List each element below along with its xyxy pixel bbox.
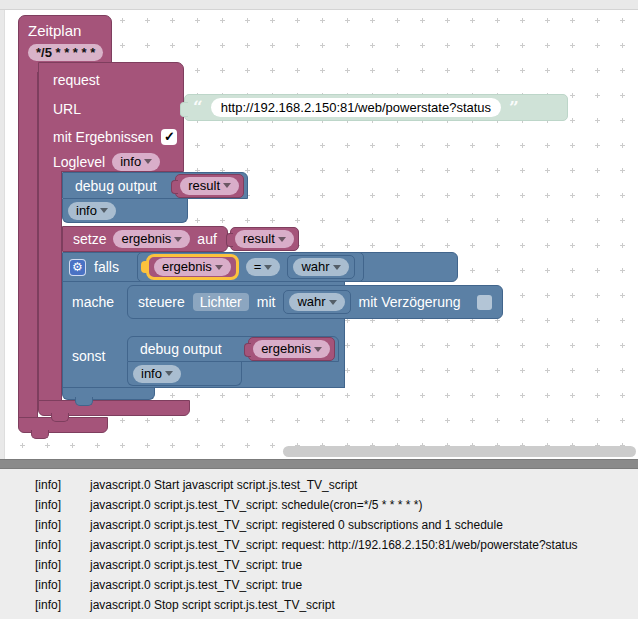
grid-dot [445,218,450,223]
grid-dot [270,168,275,173]
url-string-block[interactable]: “ http://192.168.2.150:81/web/powerstate… [184,94,568,121]
loglevel-value: info [120,154,141,170]
variable-name: ergebnis [162,259,212,275]
grid-dot [295,418,300,423]
comparison-block[interactable]: ergebnis = wahr [137,252,364,282]
control-value: wahr [297,294,325,310]
cron-field[interactable]: */5 * * * * * [28,44,103,61]
debug-output-block-2[interactable]: debug output ergebnis [127,336,339,362]
grid-dot [295,218,300,223]
loglevel-dropdown[interactable]: info [133,365,181,383]
grid-dot [495,193,500,198]
control-value-dropdown[interactable]: wahr [289,293,344,311]
set-variable-block[interactable]: setze ergebnis auf [62,226,228,252]
variable-block-ergebnis[interactable]: ergebnis [248,337,335,361]
log-message: javascript.0 script.js.test_TV_script: r… [90,535,578,555]
grid-dot [545,243,550,248]
grid-dot [545,418,550,423]
grid-dot [220,218,225,223]
grid-dot [345,218,350,223]
variable-dropdown[interactable]: result [235,230,294,248]
grid-dot [270,418,275,423]
grid-dot [170,443,175,448]
log-line: [info]javascript.0 script.js.test_TV_scr… [0,535,638,555]
grid-dot [495,418,500,423]
variable-block-result-2[interactable]: result [230,227,299,251]
grid-dot [620,18,625,23]
grid-dot [120,418,125,423]
delay-checkbox[interactable] [477,295,492,310]
if-else-block[interactable]: ⚙ falls ergebnis = wahr mache sonst [62,252,562,400]
grid-dot [395,218,400,223]
logic-value-dropdown[interactable]: wahr [293,258,348,276]
grid-dot [495,218,500,223]
grid-dot [245,68,250,73]
grid-dot [245,18,250,23]
mutator-gear-button[interactable]: ⚙ [69,259,86,276]
logic-value-block[interactable]: wahr [287,255,354,279]
grid-dot [170,18,175,23]
grid-dot [295,168,300,173]
variable-dropdown[interactable]: result [180,177,239,195]
log-line: [info]javascript.0 Stop script script.js… [0,595,638,615]
url-text-field[interactable]: http://192.168.2.150:81/web/powerstate?s… [211,98,501,117]
grid-dot [445,243,450,248]
grid-dot [70,443,75,448]
grid-dot [320,43,325,48]
request-block[interactable]: request URL mit Ergebnissen ✓ Loglevel i… [38,62,184,172]
set-variable-name: ergebnis [121,231,171,247]
grid-dot [270,143,275,148]
grid-dot [270,443,275,448]
variable-block-result[interactable]: result [175,174,244,198]
loglevel-dropdown[interactable]: info [112,153,160,171]
variable-name: result [188,178,220,194]
set-variable-dropdown[interactable]: ergebnis [113,230,190,248]
grid-dot [620,43,625,48]
grid-dot [195,218,200,223]
grid-dot [595,218,600,223]
variable-dropdown[interactable]: ergebnis [253,340,330,358]
set-keyword: setze [73,231,106,247]
grid-dot [170,43,175,48]
log-line: [info]javascript.0 script.js.test_TV_scr… [0,555,638,575]
debug-output-block-1[interactable]: debug output result [62,172,248,199]
level-value: info [76,203,97,219]
grid-dot [370,418,375,423]
grid-dot [220,443,225,448]
if-block-foot [62,388,155,400]
grid-dot [445,168,450,173]
grid-dot [545,218,550,223]
log-message: javascript.0 Start javascript script.js.… [90,475,357,495]
grid-dot [495,168,500,173]
grid-dot [295,193,300,198]
grid-dot [395,143,400,148]
if-label: falls [94,259,119,275]
grid-dot [595,293,600,298]
variable-dropdown[interactable]: ergebnis [154,258,231,276]
grid-dot [420,68,425,73]
with-results-checkbox[interactable]: ✓ [161,129,177,145]
grid-dot [345,243,350,248]
grid-dot [195,18,200,23]
grid-dot [245,43,250,48]
open-quote-icon: “ [193,99,203,116]
variable-block-ergebnis-selected[interactable]: ergebnis [146,254,239,280]
object-id-field[interactable]: Lichter [193,293,249,311]
horizontal-scrollbar-thumb[interactable] [283,446,636,457]
if-block-header[interactable]: ⚙ falls ergebnis = wahr [62,252,458,282]
grid-dot [45,443,50,448]
grid-dot [320,243,325,248]
control-block[interactable]: steuere Lichter mit wahr mit Verzögerung [127,285,503,319]
logic-value-block[interactable]: wahr [283,290,350,314]
grid-dot [145,443,150,448]
grid-dot [270,18,275,23]
loglevel-dropdown[interactable]: info [68,202,116,220]
grid-dot [620,343,625,348]
operator-dropdown[interactable]: = [246,258,281,276]
grid-dot [295,43,300,48]
grid-dot [620,168,625,173]
close-quote-icon: ” [509,99,519,116]
grid-dot [620,93,625,98]
loglevel-label: Loglevel [53,154,105,170]
grid-dot [495,243,500,248]
